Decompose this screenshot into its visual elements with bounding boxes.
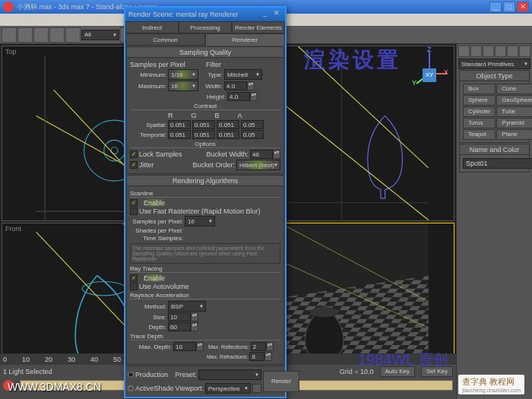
watermark-url: WWW.3DMAX8.CN: [8, 381, 101, 393]
toolbar-dropdown[interactable]: All: [81, 30, 119, 40]
object-name-input[interactable]: [463, 158, 532, 169]
algo-spp[interactable]: 16: [185, 216, 215, 226]
watermark-site: 查字典 教程网 jiaocheng.chazidian.com: [458, 375, 524, 394]
spatial-r[interactable]: [168, 120, 191, 129]
width-input[interactable]: [224, 81, 247, 90]
axis-gizmo[interactable]: X Z Y XY: [410, 47, 448, 85]
height-input[interactable]: [227, 92, 250, 101]
method-dropdown[interactable]: BSP: [168, 301, 206, 312]
tab-indirect[interactable]: Indirect Illumination: [125, 21, 179, 33]
tab-processing[interactable]: Processing: [179, 21, 232, 33]
bucket-width-input[interactable]: [250, 150, 273, 159]
display-tab[interactable]: [507, 46, 518, 57]
sphere-button[interactable]: Sphere: [463, 95, 496, 106]
spatial-a[interactable]: [241, 120, 264, 129]
menu-edit[interactable]: Edit: [21, 16, 33, 24]
temporal-label: Temporal:: [130, 131, 166, 138]
teapot-button[interactable]: Teapot: [463, 129, 496, 140]
menu-views[interactable]: Views: [85, 16, 103, 24]
min-dropdown[interactable]: 1/16: [168, 69, 198, 80]
scanline-label: Scanline: [130, 190, 280, 198]
autovolume-label: Use Autovolume: [139, 283, 189, 290]
toolbar-button[interactable]: [49, 27, 65, 43]
create-tab[interactable]: [458, 46, 470, 57]
enable-raytrace-checkbox[interactable]: ✓: [130, 274, 138, 282]
hierarchy-tab[interactable]: [483, 46, 494, 57]
menu-file[interactable]: File: [3, 16, 14, 24]
toolbar-button[interactable]: [17, 27, 33, 43]
enable-rt-label: Enable: [139, 274, 169, 282]
svg-point-22: [310, 306, 338, 317]
algo-title[interactable]: Rendering Algorithms: [127, 176, 283, 186]
lock-samples-checkbox[interactable]: ✓: [130, 150, 138, 158]
toolbar-button[interactable]: [65, 27, 81, 43]
cone-button[interactable]: Cone: [496, 84, 532, 94]
primitives-dropdown[interactable]: Standard Primitives: [458, 59, 530, 69]
jitter-checkbox[interactable]: ✓: [130, 161, 138, 169]
axis-cube[interactable]: XY: [423, 68, 436, 82]
production-radio[interactable]: [128, 372, 134, 378]
object-type-title: Object Type: [460, 71, 529, 81]
activeshade-radio[interactable]: [128, 385, 134, 391]
autovolume-checkbox[interactable]: [130, 283, 138, 290]
production-label: Production: [135, 371, 174, 378]
maximize-button[interactable]: □: [503, 2, 515, 12]
utilities-tab[interactable]: [519, 46, 530, 57]
enable-scanline-checkbox[interactable]: ✓: [130, 199, 138, 207]
bucket-order-dropdown[interactable]: Hilbert (best): [236, 160, 280, 170]
plane-button[interactable]: Plane: [496, 129, 532, 140]
max-refr-input[interactable]: [249, 352, 264, 361]
cylinder-button[interactable]: Cylinder: [463, 106, 496, 117]
minimize-button[interactable]: _: [489, 2, 502, 12]
temporal-b[interactable]: [217, 130, 239, 139]
options-label: Options: [130, 141, 280, 148]
render-scene-dialog: Render Scene: mental ray Renderer _ ✕ In…: [124, 6, 287, 398]
accel-label: Raytrace Acceleration: [130, 292, 280, 299]
watermark-chinese: 渲染设置: [304, 46, 401, 74]
toolbar-button[interactable]: [33, 27, 49, 43]
menu-tools[interactable]: Tools: [38, 16, 54, 24]
raytracing-label: Ray Tracing: [130, 265, 280, 273]
lock-icon[interactable]: [252, 384, 261, 393]
axis-y: Y: [412, 79, 416, 87]
preset-dropdown[interactable]: [198, 369, 261, 380]
spatial-g[interactable]: [192, 120, 215, 129]
render-button[interactable]: Render: [263, 371, 299, 392]
filter-type-dropdown[interactable]: Mitchell: [224, 69, 262, 80]
modify-tab[interactable]: [470, 46, 482, 57]
filter-label: Filter: [206, 61, 280, 68]
motion-tab[interactable]: [495, 46, 506, 57]
temporal-r[interactable]: [168, 130, 191, 139]
contrast-label: Contrast: [130, 103, 280, 110]
width-label: Width:: [200, 83, 223, 90]
tab-elements[interactable]: Render Elements: [232, 21, 285, 33]
max-dropdown[interactable]: 16: [168, 81, 198, 91]
max-depth-input[interactable]: [173, 342, 196, 351]
size-input[interactable]: [168, 312, 191, 321]
svg-point-11: [82, 281, 125, 295]
max-refl-input[interactable]: [251, 342, 266, 351]
toolbar-button[interactable]: [2, 27, 17, 43]
geosphere-button[interactable]: GeoSphere: [496, 95, 532, 106]
box-button[interactable]: Box: [463, 84, 496, 94]
axis-z: Z: [427, 46, 432, 53]
torus-button[interactable]: Torus: [463, 118, 496, 128]
pyramid-button[interactable]: Pyramid: [496, 118, 532, 128]
tab-renderer[interactable]: Renderer: [205, 33, 285, 46]
spatial-b[interactable]: [217, 120, 239, 129]
sampling-title[interactable]: Sampling Quality: [127, 47, 283, 58]
temporal-g[interactable]: [192, 130, 215, 139]
viewport-dropdown[interactable]: Perspective: [205, 383, 251, 394]
depth-input[interactable]: [168, 322, 191, 331]
fast-raster-checkbox[interactable]: [130, 207, 138, 215]
dialog-close-button[interactable]: ✕: [271, 9, 282, 20]
menu-group[interactable]: Group: [60, 16, 79, 24]
raster-note: The min/max samples and contrast paramet…: [130, 243, 280, 264]
temporal-a[interactable]: [241, 130, 264, 139]
command-panel: Standard Primitives Object Type Box Cone…: [456, 44, 532, 399]
name-color-title: Name and Color: [460, 144, 529, 155]
close-button[interactable]: ✕: [517, 2, 529, 12]
dialog-min-button[interactable]: _: [260, 9, 271, 20]
tab-common[interactable]: Common: [125, 33, 205, 46]
tube-button[interactable]: Tube: [496, 106, 532, 117]
